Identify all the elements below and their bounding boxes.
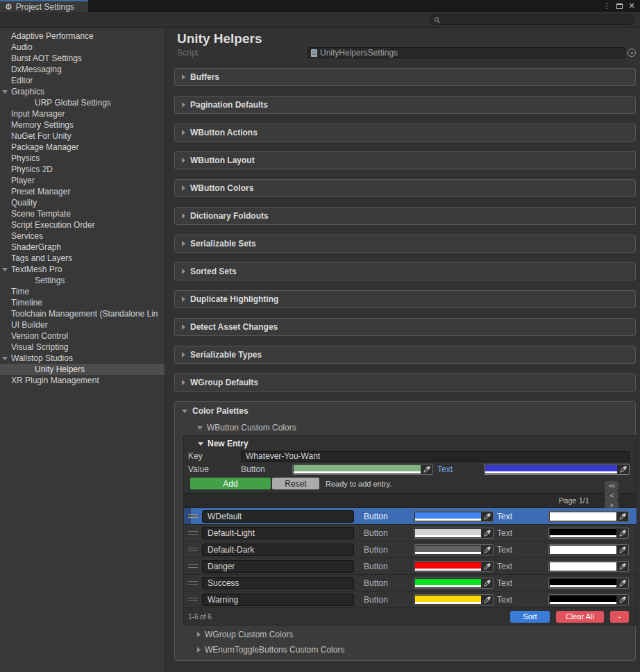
eyedropper-icon[interactable] (482, 562, 493, 571)
palette-row[interactable]: Success Button Text (184, 575, 637, 591)
button-color-swatch[interactable] (415, 579, 481, 585)
eyedropper-icon[interactable] (482, 545, 493, 555)
foldout-section[interactable]: Duplicate Highlighting (174, 290, 636, 308)
button-color-swatch[interactable] (294, 465, 421, 471)
sidebar-item[interactable]: UI Builder (0, 319, 165, 330)
eyedropper-icon[interactable] (482, 595, 493, 605)
button-color-field[interactable] (292, 464, 433, 475)
button-color-swatch[interactable] (415, 529, 481, 535)
script-object-field[interactable]: UnityHelpersSettings (308, 47, 625, 58)
add-button[interactable]: Add (190, 478, 271, 489)
clear-all-button[interactable]: Clear All (556, 611, 604, 623)
sidebar-item[interactable]: Tags and Layers (0, 253, 165, 264)
remove-button[interactable]: - (610, 611, 629, 623)
palette-name-input[interactable]: Default-Dark (202, 544, 354, 556)
sidebar-item[interactable]: TextMesh Pro (0, 264, 165, 275)
sidebar-item[interactable]: Input Manager (0, 108, 165, 119)
foldout-section[interactable]: Detect Asset Changes (174, 318, 636, 336)
chevron-down-icon[interactable] (197, 426, 203, 430)
sort-button[interactable]: Sort (510, 611, 550, 623)
sidebar-item[interactable]: DxMessaging (0, 64, 165, 75)
palette-row[interactable]: Warning Button Text (184, 591, 637, 608)
drag-handle-icon[interactable] (184, 564, 202, 568)
palette-name-input[interactable]: WDefault (202, 510, 354, 523)
text-color-field[interactable] (548, 511, 629, 522)
palette-name-input[interactable]: Success (202, 577, 354, 589)
sidebar-item[interactable]: Settings (0, 275, 165, 286)
chevron-right-icon[interactable] (182, 324, 185, 330)
palette-row[interactable]: Danger Button Text (184, 558, 637, 575)
search-input[interactable] (430, 15, 635, 25)
button-color-swatch[interactable] (415, 562, 481, 569)
chevron-right-icon[interactable] (182, 185, 185, 191)
eyedropper-icon[interactable] (617, 562, 628, 571)
chevron-right-icon[interactable] (182, 296, 185, 302)
eyedropper-icon[interactable] (482, 528, 493, 538)
foldout-section[interactable]: Serializable Types (174, 346, 636, 364)
chevron-right-icon[interactable] (182, 352, 185, 358)
sidebar-item[interactable]: Time (0, 286, 165, 297)
chevron-right-icon[interactable] (182, 102, 185, 108)
drag-handle-icon[interactable] (184, 598, 202, 601)
sidebar-item[interactable]: Timeline (0, 297, 165, 308)
chevron-right-icon[interactable] (182, 130, 185, 135)
sidebar-item[interactable]: Audio (0, 42, 165, 53)
text-color-swatch[interactable] (550, 562, 616, 569)
text-color-field[interactable] (548, 594, 629, 605)
sidebar-item[interactable]: URP Global Settings (0, 97, 165, 108)
sidebar-item[interactable]: Physics 2D (0, 164, 165, 175)
foldout-section[interactable]: WGroup Defaults (174, 373, 636, 392)
sidebar-item[interactable]: Burst AOT Settings (0, 53, 165, 64)
palette-row[interactable]: Default-Light Button Text (184, 525, 637, 541)
text-color-swatch[interactable] (550, 529, 616, 535)
pager-button[interactable]: < (605, 491, 618, 501)
eyedropper-icon[interactable] (617, 545, 628, 555)
foldout-section[interactable]: WButton Layout (174, 151, 636, 169)
button-color-swatch[interactable] (415, 596, 481, 602)
palette-name-input[interactable]: Danger (202, 560, 354, 573)
eyedropper-icon[interactable] (421, 464, 432, 474)
button-color-field[interactable] (414, 511, 494, 522)
button-color-field[interactable] (414, 528, 494, 539)
chevron-right-icon[interactable] (197, 647, 201, 653)
text-color-swatch[interactable] (550, 546, 616, 552)
sidebar-item[interactable]: Adaptive Performance (0, 31, 165, 42)
eyedropper-icon[interactable] (482, 512, 493, 521)
sidebar-item[interactable]: Graphics (0, 86, 165, 97)
color-palettes-header[interactable]: Color Palettes (175, 402, 635, 420)
sidebar-item[interactable]: Memory Settings (0, 119, 165, 131)
palette-row[interactable]: WDefault Button Text (184, 508, 637, 525)
sidebar-item[interactable]: Physics (0, 153, 165, 164)
text-color-field[interactable] (548, 528, 629, 539)
drag-handle-icon[interactable] (184, 514, 202, 518)
drag-handle-icon[interactable] (184, 581, 202, 585)
button-color-field[interactable] (414, 561, 494, 572)
chevron-down-icon[interactable] (2, 357, 8, 360)
palette-row[interactable]: Default-Dark Button Text (184, 541, 637, 558)
text-color-field[interactable] (548, 561, 629, 572)
close-icon[interactable]: ✕ (627, 1, 637, 11)
foldout-section[interactable]: Serializable Sets (174, 235, 636, 253)
chevron-down-icon[interactable] (182, 410, 187, 413)
text-color-field[interactable] (548, 578, 629, 589)
sidebar-item[interactable]: Quality (0, 197, 165, 208)
eyedropper-icon[interactable] (617, 512, 628, 521)
maximize-icon[interactable] (614, 1, 624, 11)
chevron-right-icon[interactable] (182, 213, 185, 219)
sidebar-item[interactable]: Package Manager (0, 142, 165, 153)
foldout-section[interactable]: Buffers (174, 68, 636, 86)
text-color-field[interactable] (484, 464, 630, 475)
eyedropper-icon[interactable] (617, 528, 628, 538)
button-color-swatch[interactable] (415, 546, 481, 552)
reset-button[interactable]: Reset (272, 478, 319, 489)
drag-handle-icon[interactable] (184, 531, 202, 535)
chevron-right-icon[interactable] (182, 158, 185, 163)
chevron-right-icon[interactable] (182, 380, 185, 385)
wbutton-custom-colors-foldout[interactable]: WButton Custom Colors (197, 421, 635, 434)
button-color-field[interactable] (414, 578, 494, 589)
text-color-swatch[interactable] (550, 596, 616, 602)
collapsed-foldout[interactable]: WGroup Custom Colors (197, 628, 635, 641)
button-color-field[interactable] (414, 544, 494, 555)
button-color-swatch[interactable] (415, 512, 481, 519)
chevron-right-icon[interactable] (197, 632, 201, 637)
